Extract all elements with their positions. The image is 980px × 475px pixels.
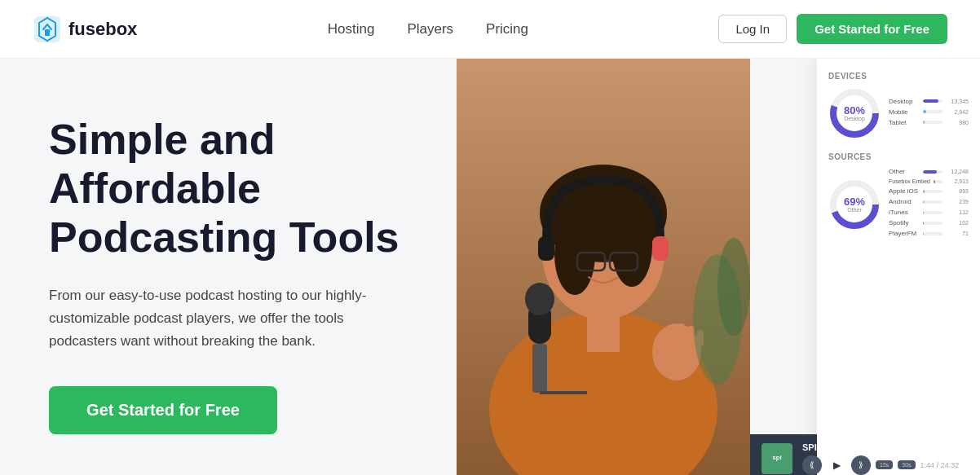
hero-right: Devices 80% Desktop D (457, 59, 980, 475)
svg-rect-16 (678, 323, 685, 346)
navbar: fusebox Hosting Players Pricing Log In G… (0, 0, 980, 59)
sources-section: Sources 69% Other Oth (828, 152, 969, 240)
svg-rect-12 (538, 236, 554, 261)
nav-players[interactable]: Players (407, 21, 453, 37)
sources-title: Sources (828, 152, 969, 161)
devices-sub: Desktop (844, 116, 865, 121)
hero-subtext: From our easy-to-use podcast hosting to … (49, 284, 408, 353)
svg-point-24 (717, 238, 750, 336)
svg-rect-1 (45, 29, 50, 36)
fusebox-logo-icon (33, 15, 62, 44)
nav-cta-button[interactable]: Get Started for Free (797, 14, 947, 44)
hero-section: Simple and Affordable Podcasting Tools F… (0, 59, 980, 475)
logo[interactable]: fusebox (33, 15, 137, 44)
stat-row-android: Android 239 (889, 198, 969, 205)
sources-donut: 69% Other (828, 178, 881, 231)
nav-links: Hosting Players Pricing (328, 21, 528, 37)
devices-donut: 80% Desktop (828, 87, 881, 139)
stat-row-playerfm: PlayerFM 71 (889, 230, 969, 237)
svg-rect-15 (669, 328, 675, 348)
devices-pct: 80% (844, 105, 865, 116)
stat-row-apple: Apple iOS 893 (889, 187, 969, 195)
sources-donut-row: 69% Other Other 12,248 Fusebox Embed (828, 168, 969, 240)
stat-row-spotify: Spotify 102 (889, 219, 969, 227)
devices-title: Devices (828, 72, 969, 81)
sources-stats: Other 12,248 Fusebox Embed 2,913 Apple i… (889, 168, 969, 240)
svg-rect-13 (652, 236, 669, 261)
hero-headline: Simple and Affordable Podcasting Tools (49, 116, 416, 262)
devices-donut-row: 80% Desktop Desktop 13,345 Mobile (828, 87, 969, 139)
svg-point-7 (554, 213, 595, 295)
skip-15-button[interactable]: 15s (876, 460, 893, 469)
stat-row-fusebox: Fusebox Embed 2,913 (889, 178, 969, 184)
stat-row-mobile: Mobile 2,942 (889, 108, 969, 116)
stat-row-tablet: Tablet 980 (889, 119, 969, 126)
svg-point-21 (525, 283, 554, 315)
stat-row-other: Other 12,248 (889, 168, 969, 175)
rewind-button[interactable]: ⟪ (802, 455, 822, 475)
nav-actions: Log In Get Started for Free (718, 14, 947, 44)
player-time: 1:44 / 24:32 (920, 461, 960, 469)
devices-section: Devices 80% Desktop D (828, 72, 969, 139)
brand-name: fusebox (68, 19, 137, 40)
analytics-panel: Devices 80% Desktop D (817, 59, 980, 475)
login-button[interactable]: Log In (718, 15, 787, 43)
player-info: SPI 437: Life After Being a High-Perform… (802, 442, 980, 475)
player-thumbnail: spi (761, 443, 792, 474)
hero-image (457, 59, 750, 475)
svg-point-8 (611, 205, 652, 287)
stat-row-desktop: Desktop 13,345 (889, 98, 969, 105)
sources-pct: 69% (844, 196, 865, 207)
player-title: SPI 437: Life After Being a High-Perform… (802, 442, 980, 452)
nav-hosting[interactable]: Hosting (328, 21, 375, 37)
sources-sub: Other (844, 207, 865, 213)
nav-pricing[interactable]: Pricing (486, 21, 528, 37)
svg-rect-20 (532, 344, 547, 393)
skip-30-button[interactable]: 30s (898, 460, 915, 469)
audio-player: spi SPI 437: Life After Being a High-Per… (750, 434, 817, 475)
hero-left: Simple and Affordable Podcasting Tools F… (0, 59, 457, 475)
hero-illustration (457, 59, 750, 475)
hero-cta-button[interactable]: Get Started for Free (49, 386, 277, 434)
stat-row-itunes: iTunes 112 (889, 209, 969, 216)
play-pause-button[interactable]: ▶ (827, 455, 846, 475)
skip-button[interactable]: ⟫ (851, 455, 871, 475)
player-thumb-text: spi (772, 455, 782, 462)
devices-stats: Desktop 13,345 Mobile 2,942 Tablet (889, 98, 969, 130)
player-controls: ⟪ ▶ ⟫ 15s 30s 1:44 / 24:32 (802, 455, 980, 475)
